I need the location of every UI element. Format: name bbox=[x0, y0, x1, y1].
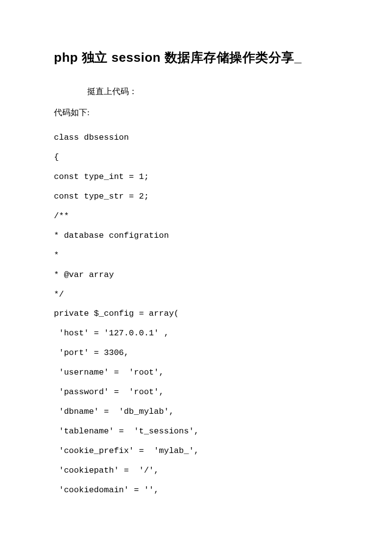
code-line: class dbsession bbox=[54, 128, 338, 148]
code-line: 'host' = '127.0.0.1' , bbox=[54, 324, 338, 343]
code-line: 'port' = 3306, bbox=[54, 343, 338, 363]
code-line: 'password' = 'root', bbox=[54, 382, 338, 402]
code-label: 代码如下: bbox=[54, 107, 338, 118]
intro-text: 挺直上代码： bbox=[54, 86, 338, 97]
code-line: private $_config = array( bbox=[54, 304, 338, 324]
code-line: */ bbox=[54, 285, 338, 304]
code-line: const type_int = 1; bbox=[54, 167, 338, 187]
document-title: php 独立 session 数据库存储操作类分享_ bbox=[54, 49, 338, 66]
code-line: 'tablename' = 't_sessions', bbox=[54, 422, 338, 441]
code-block: class dbsession { const type_int = 1; co… bbox=[54, 128, 338, 500]
code-line: 'username' = 'root', bbox=[54, 363, 338, 382]
code-line: 'cookie_prefix' = 'mylab_', bbox=[54, 441, 338, 461]
code-line: { bbox=[54, 148, 338, 167]
code-line: /** bbox=[54, 206, 338, 226]
code-line: * database configration bbox=[54, 226, 338, 246]
code-line: * bbox=[54, 246, 338, 265]
code-line: * @var array bbox=[54, 265, 338, 285]
code-line: 'dbname' = 'db_mylab', bbox=[54, 402, 338, 422]
code-line: const type_str = 2; bbox=[54, 187, 338, 206]
code-line: 'cookiedomain' = '', bbox=[54, 480, 338, 500]
code-line: 'cookiepath' = '/', bbox=[54, 461, 338, 480]
